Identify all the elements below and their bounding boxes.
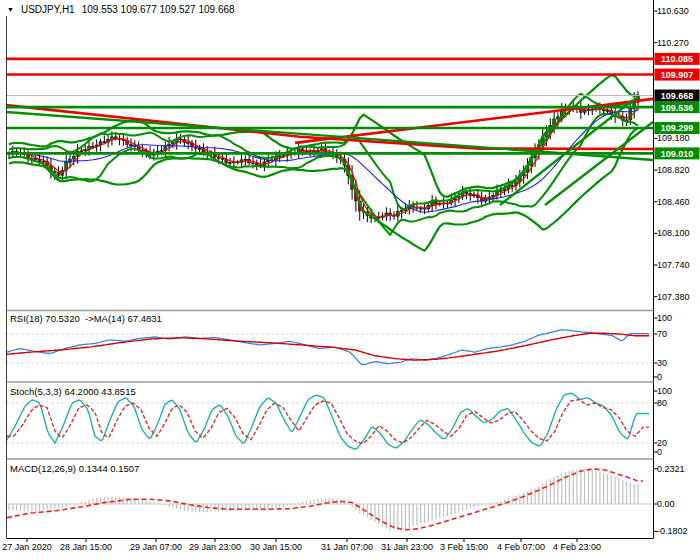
svg-text:0: 0 bbox=[657, 447, 662, 457]
svg-text:29 Jan 23:00: 29 Jan 23:00 bbox=[189, 542, 241, 552]
svg-text:30: 30 bbox=[657, 358, 667, 368]
svg-text:109.299: 109.299 bbox=[661, 123, 694, 133]
svg-text:30 Jan 15:00: 30 Jan 15:00 bbox=[250, 542, 302, 552]
main-price-panel bbox=[6, 59, 654, 251]
svg-text:0.00: 0.00 bbox=[657, 499, 675, 509]
macd-histogram bbox=[9, 469, 638, 531]
svg-text:110.085: 110.085 bbox=[661, 54, 693, 64]
chart-window: 110.630110.270109.180108.820108.460108.1… bbox=[0, 0, 700, 560]
svg-text:109.907: 109.907 bbox=[661, 70, 694, 80]
svg-text:107.380: 107.380 bbox=[657, 292, 690, 302]
chart-frame bbox=[7, 0, 654, 539]
svg-text:100: 100 bbox=[657, 386, 672, 396]
svg-text:100: 100 bbox=[657, 313, 672, 323]
svg-text:107.740: 107.740 bbox=[657, 260, 690, 270]
stoch-panel bbox=[7, 393, 654, 449]
svg-text:-0.1802: -0.1802 bbox=[657, 526, 688, 536]
rsi-indicator-label: RSI(18) 70.5320 ->MA(14) 67.4831 bbox=[10, 313, 162, 324]
svg-text:29 Jan 07:00: 29 Jan 07:00 bbox=[130, 542, 182, 552]
svg-text:0.2321: 0.2321 bbox=[657, 464, 685, 474]
svg-text:4 Feb 07:00: 4 Feb 07:00 bbox=[497, 542, 545, 552]
bollinger-bands-layer bbox=[9, 75, 638, 251]
svg-text:109.180: 109.180 bbox=[657, 133, 690, 143]
svg-text:3 Feb 15:00: 3 Feb 15:00 bbox=[440, 542, 488, 552]
svg-text:27 Jan 2020: 27 Jan 2020 bbox=[2, 542, 52, 552]
svg-text:80: 80 bbox=[657, 398, 667, 408]
svg-text:109.536: 109.536 bbox=[661, 103, 694, 113]
rsi-panel bbox=[7, 330, 654, 365]
svg-text:110.270: 110.270 bbox=[657, 38, 689, 48]
svg-text:109.668: 109.668 bbox=[661, 91, 694, 101]
svg-text:108.820: 108.820 bbox=[657, 165, 690, 175]
stoch-indicator-label: Stoch(5,3,3) 64.2000 43.8515 bbox=[10, 386, 136, 397]
symbol-period-label: USDJPY,H1 bbox=[21, 4, 75, 15]
svg-text:28 Jan 15:00: 28 Jan 15:00 bbox=[60, 542, 112, 552]
svg-text:0: 0 bbox=[657, 372, 662, 382]
macd-indicator-label: MACD(12,26,9) 0.1344 0.1507 bbox=[10, 463, 139, 474]
chart-title-bar: ▼ USDJPY,H1 109.553 109.677 109.527 109.… bbox=[7, 2, 235, 16]
svg-text:109.010: 109.010 bbox=[661, 149, 694, 159]
symbol-dropdown-icon[interactable]: ▼ bbox=[7, 6, 14, 13]
date-axis: 27 Jan 202028 Jan 15:0029 Jan 07:0029 Ja… bbox=[2, 538, 601, 552]
svg-text:110.630: 110.630 bbox=[657, 6, 689, 16]
svg-text:70: 70 bbox=[657, 329, 667, 339]
price-chart-canvas[interactable]: 110.630110.270109.180108.820108.460108.1… bbox=[0, 0, 700, 560]
price-axis: 110.630110.270109.180108.820108.460108.1… bbox=[654, 6, 690, 536]
svg-text:31 Jan 07:00: 31 Jan 07:00 bbox=[321, 542, 373, 552]
ohlc-quote-label: 109.553 109.677 109.527 109.668 bbox=[82, 4, 235, 15]
macd-panel bbox=[7, 469, 654, 531]
svg-text:108.100: 108.100 bbox=[657, 228, 690, 238]
moving-averages-layer bbox=[9, 106, 638, 217]
rsi-line-MA(14) bbox=[7, 333, 649, 360]
svg-text:4 Feb 23:00: 4 Feb 23:00 bbox=[553, 542, 601, 552]
svg-text:31 Jan 23:00: 31 Jan 23:00 bbox=[381, 542, 433, 552]
svg-text:108.460: 108.460 bbox=[657, 197, 690, 207]
